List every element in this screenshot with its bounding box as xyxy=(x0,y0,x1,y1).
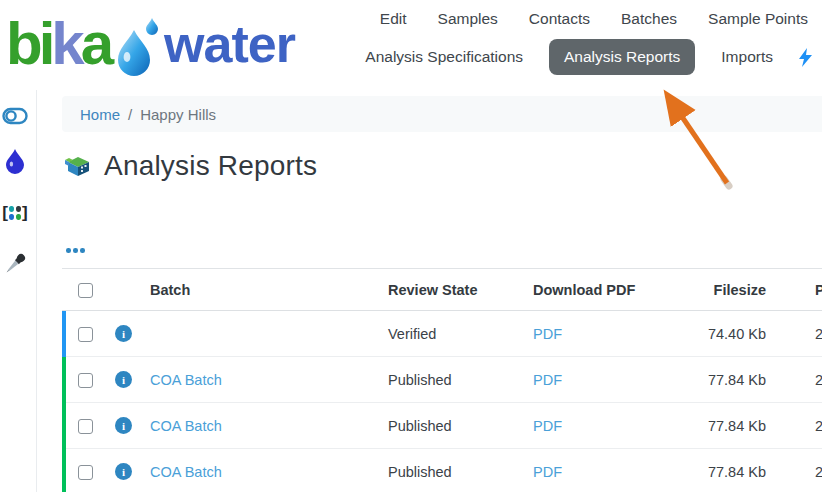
breadcrumb-separator: / xyxy=(128,106,132,123)
table-row: i COA Batch Published PDF 77.84 Kb 2 xyxy=(62,403,822,449)
published-cell-clipped: 2 xyxy=(778,357,822,403)
page-title: Analysis Reports xyxy=(104,150,317,182)
logo-water-text: water xyxy=(164,4,295,84)
nav-item-batches[interactable]: Batches xyxy=(621,9,677,29)
water-drop-logo-icon xyxy=(116,16,160,78)
left-sidebar: [] xyxy=(0,90,37,492)
download-pdf-cell: PDF xyxy=(533,449,693,492)
toggle-icon[interactable] xyxy=(2,103,28,129)
info-icon[interactable]: i xyxy=(115,325,132,342)
batch-cell: COA Batch xyxy=(150,357,388,403)
filesize-cell: 74.40 Kb xyxy=(693,311,778,357)
row-select-cell xyxy=(62,403,104,449)
nav-row-top: Edit Samples Contacts Batches Sample Poi… xyxy=(365,9,812,29)
column-header-filesize[interactable]: Filesize xyxy=(693,269,778,311)
analysis-reports-page: bika water Edit Samples Contacts Batches… xyxy=(0,0,822,492)
page-title-block: Analysis Reports xyxy=(64,150,317,182)
bika-water-logo[interactable]: bika water xyxy=(6,4,295,84)
column-header-published-clipped[interactable]: P xyxy=(778,269,822,311)
review-state-cell: Published xyxy=(388,357,533,403)
sample-drops-brackets-icon[interactable]: [] xyxy=(2,200,28,226)
column-header-download-pdf[interactable]: Download PDF xyxy=(533,269,693,311)
info-icon[interactable]: i xyxy=(115,417,132,434)
water-drop-icon[interactable] xyxy=(2,148,28,174)
content-area: Home / Happy Hills Analysis Reports xyxy=(37,90,822,492)
row-info-cell: i xyxy=(104,449,150,492)
table-header-row: Batch Review State Download PDF Filesize… xyxy=(62,269,822,311)
row-info-cell: i xyxy=(104,357,150,403)
breadcrumb: Home / Happy Hills xyxy=(62,96,822,132)
info-icon[interactable]: i xyxy=(115,371,132,388)
filesize-cell: 77.84 Kb xyxy=(693,357,778,403)
filesize-cell: 77.84 Kb xyxy=(693,403,778,449)
published-cell-clipped: 2 xyxy=(778,403,822,449)
published-cell-clipped: 2 xyxy=(778,311,822,357)
download-pdf-cell: PDF xyxy=(533,311,693,357)
top-header: bika water Edit Samples Contacts Batches… xyxy=(0,0,822,90)
table-row: i COA Batch Published PDF 77.84 Kb 2 xyxy=(62,357,822,403)
logo-letter-k: k xyxy=(51,10,80,77)
review-state-cell: Verified xyxy=(388,311,533,357)
published-cell-clipped: 2 xyxy=(778,449,822,492)
row-checkbox[interactable] xyxy=(78,465,93,480)
row-select-cell xyxy=(62,449,104,492)
nav-item-sample-points[interactable]: Sample Points xyxy=(708,9,808,29)
ellipsis-icon[interactable] xyxy=(64,246,87,255)
row-select-cell xyxy=(62,311,104,357)
nav-item-edit[interactable]: Edit xyxy=(380,9,407,29)
logo-letter-bi: bi xyxy=(6,10,51,77)
pdf-link[interactable]: PDF xyxy=(533,326,562,342)
review-state-cell: Published xyxy=(388,449,533,492)
row-info-cell: i xyxy=(104,311,150,357)
info-header-cell xyxy=(104,269,150,311)
logo-bika-text: bika xyxy=(6,4,110,84)
filesize-cell: 77.84 Kb xyxy=(693,449,778,492)
select-all-checkbox[interactable] xyxy=(78,283,93,298)
row-info-cell: i xyxy=(104,403,150,449)
row-select-cell xyxy=(62,357,104,403)
select-all-cell xyxy=(62,269,104,311)
logo-letter-a: a xyxy=(81,10,110,77)
nav-item-samples[interactable]: Samples xyxy=(438,9,498,29)
breadcrumb-home-link[interactable]: Home xyxy=(80,106,120,123)
column-header-batch[interactable]: Batch xyxy=(150,269,388,311)
info-icon[interactable]: i xyxy=(115,463,132,480)
batch-cell xyxy=(150,311,388,357)
table-row: i COA Batch Published PDF 77.84 Kb 2 xyxy=(62,449,822,492)
main-navigation: Edit Samples Contacts Batches Sample Poi… xyxy=(365,0,822,75)
nav-item-contacts[interactable]: Contacts xyxy=(529,9,590,29)
download-pdf-cell: PDF xyxy=(533,357,693,403)
analysis-reports-table: Batch Review State Download PDF Filesize… xyxy=(62,268,822,492)
download-pdf-cell: PDF xyxy=(533,403,693,449)
row-checkbox[interactable] xyxy=(78,327,93,342)
column-header-review-state[interactable]: Review State xyxy=(388,269,533,311)
batch-link[interactable]: COA Batch xyxy=(150,372,222,388)
batch-link[interactable]: COA Batch xyxy=(150,464,222,480)
nav-row-bottom: Analysis Specifications Analysis Reports… xyxy=(365,39,812,75)
lightning-icon[interactable] xyxy=(799,48,812,67)
reports-cube-icon xyxy=(64,154,91,179)
nav-item-analysis-specifications[interactable]: Analysis Specifications xyxy=(365,48,523,66)
row-checkbox[interactable] xyxy=(78,419,93,434)
batch-cell: COA Batch xyxy=(150,403,388,449)
nav-item-analysis-reports-active[interactable]: Analysis Reports xyxy=(549,39,695,75)
review-state-cell: Published xyxy=(388,403,533,449)
pdf-link[interactable]: PDF xyxy=(533,464,562,480)
batch-cell: COA Batch xyxy=(150,449,388,492)
pipette-icon[interactable] xyxy=(2,251,28,277)
breadcrumb-current: Happy Hills xyxy=(140,106,216,123)
reports-table-wrap: Batch Review State Download PDF Filesize… xyxy=(62,268,822,492)
nav-item-imports[interactable]: Imports xyxy=(721,48,773,66)
pdf-link[interactable]: PDF xyxy=(533,372,562,388)
table-row: i Verified PDF 74.40 Kb 2 xyxy=(62,311,822,357)
pdf-link[interactable]: PDF xyxy=(533,418,562,434)
batch-link[interactable]: COA Batch xyxy=(150,418,222,434)
row-checkbox[interactable] xyxy=(78,373,93,388)
